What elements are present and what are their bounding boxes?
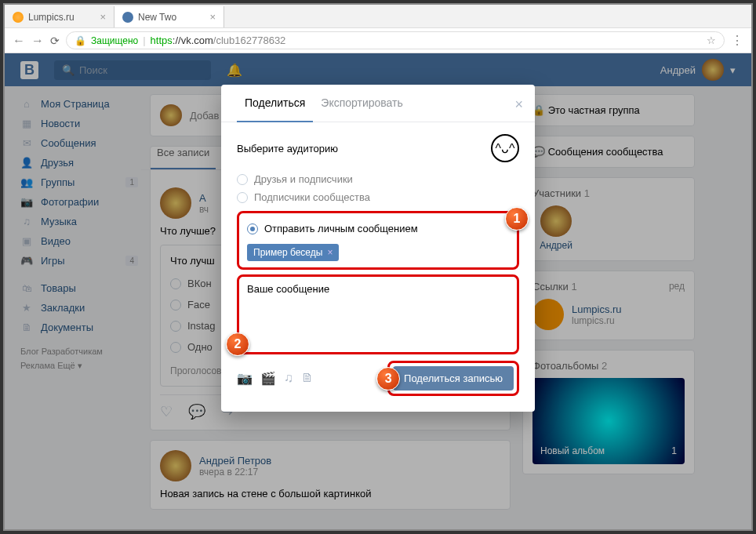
recipient-input[interactable]: Пример беседы × [247,244,509,261]
radio-icon [237,174,248,185]
highlight-2: 2 Ваше сообщение [237,274,519,354]
smiley-icon: ^ᴗ^ [491,134,519,162]
message-input[interactable] [247,300,509,343]
tab-export[interactable]: Экспортировать [313,85,410,122]
callout-1: 1 [505,207,529,231]
url-host: ://vk.com [173,35,213,46]
share-button[interactable]: Поделиться записью [393,366,514,391]
tab-share[interactable]: Поделиться [237,85,313,122]
address-bar: ← → ⟳ 🔒 Защищено | https://vk.com/club16… [5,28,751,53]
lock-icon: 🔒 [75,35,86,46]
radio-friends[interactable]: Друзья и подписчики [237,170,519,188]
recipient-chip[interactable]: Пример беседы × [247,244,339,261]
tab-title: New Two [138,12,176,23]
close-icon[interactable]: × [100,11,106,23]
back-icon[interactable]: ← [13,34,25,48]
chip-label: Пример беседы [253,247,322,258]
star-icon[interactable]: ☆ [707,35,716,46]
callout-2: 2 [226,332,249,356]
chip-remove-icon[interactable]: × [327,247,333,258]
menu-icon[interactable]: ⋮ [731,33,743,48]
radio-label: Подписчики сообщества [254,191,370,203]
radio-community[interactable]: Подписчики сообщества [237,188,519,206]
url-path: /club162778632 [213,35,286,46]
doc-icon[interactable]: 🗎 [301,371,314,386]
video-icon[interactable]: 🎬 [260,371,276,386]
favicon-icon [122,12,133,23]
tab-title: Lumpics.ru [28,12,75,23]
radio-label: Отправить личным сообщением [264,223,418,234]
message-label: Ваше сообщение [247,283,509,295]
radio-pm[interactable]: Отправить личным сообщением [247,220,509,238]
radio-icon [247,223,258,234]
highlight-3: 3 Поделиться записью [387,361,519,396]
url-input[interactable]: 🔒 Защищено | https://vk.com/club16277863… [66,31,725,49]
photo-icon[interactable]: 📷 [237,371,253,386]
callout-3: 3 [376,367,400,391]
favicon-icon [13,12,24,23]
radio-label: Друзья и подписчики [254,173,353,185]
radio-icon [237,192,248,203]
url-scheme: https [151,35,173,46]
share-modal: Поделиться Экспортировать × Выберите ауд… [221,85,535,412]
secure-label: Защищено [91,35,138,46]
close-icon[interactable]: × [514,96,523,113]
audience-label: Выберите аудиторию [237,143,338,154]
forward-icon[interactable]: → [31,34,44,48]
close-icon[interactable]: × [209,11,216,23]
tab-lumpics[interactable]: Lumpics.ru × [5,6,114,27]
audio-icon[interactable]: ♫ [284,371,293,386]
highlight-1: 1 Отправить личным сообщением Пример бес… [237,211,519,270]
tab-newtwo[interactable]: New Two × [114,6,224,27]
browser-tabs: Lumpics.ru × New Two × [5,5,751,28]
reload-icon[interactable]: ⟳ [50,35,60,47]
